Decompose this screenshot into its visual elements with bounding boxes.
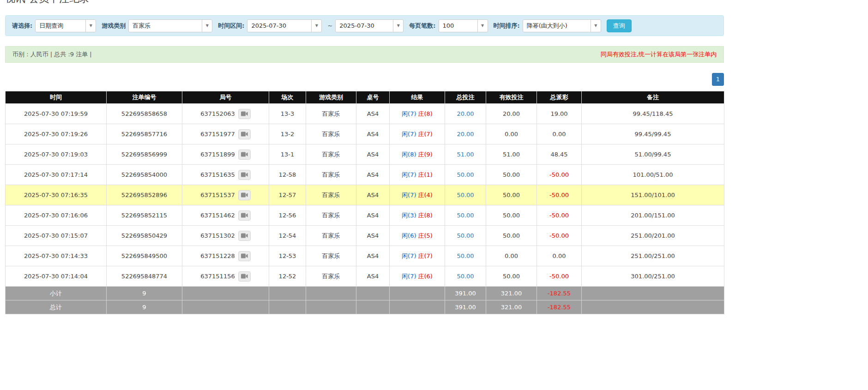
total-bet-link[interactable]: 20.00 bbox=[457, 131, 474, 138]
total-bet-link[interactable]: 50.00 bbox=[457, 171, 474, 178]
notice-text: 同局有效投注,统一计算在该局第一张注单内 bbox=[601, 50, 717, 59]
total-bet-link[interactable]: 50.00 bbox=[457, 212, 474, 219]
cell-note: 301.00/251.00 bbox=[582, 266, 724, 287]
cell-session: 12-53 bbox=[269, 246, 306, 266]
cell-valid-bet: 50.00 bbox=[486, 266, 537, 287]
banker-result: 庄(4) bbox=[418, 192, 433, 198]
sort-order-select[interactable]: 降幂(由大到小) ▼ bbox=[523, 19, 601, 32]
total-bet-link[interactable]: 51.00 bbox=[457, 151, 474, 158]
subtotal-row: 小计 9 391.00 321.00 -182.55 bbox=[6, 287, 724, 300]
cell-valid-bet: 0.00 bbox=[486, 124, 537, 144]
round-number: 637151899 bbox=[200, 150, 235, 157]
total-bet-link[interactable]: 50.00 bbox=[457, 273, 474, 280]
round-number: 637151156 bbox=[200, 272, 235, 279]
cell-valid-bet: 50.00 bbox=[486, 226, 537, 246]
cell-time: 2025-07-30 07:14:33 bbox=[6, 246, 107, 266]
video-replay-button[interactable] bbox=[238, 210, 251, 221]
cell-note: 201.00/151.00 bbox=[582, 205, 724, 226]
cell-time: 2025-07-30 07:19:03 bbox=[6, 144, 107, 165]
banker-result: 庄(7) bbox=[418, 252, 433, 259]
time-range-label: 时间区间: bbox=[218, 22, 244, 30]
page-button-1[interactable]: 1 bbox=[712, 73, 724, 86]
cell-round: 637151156 bbox=[182, 266, 269, 287]
player-result: 闲(7) bbox=[402, 273, 416, 280]
cell-result: 闲(7)庄(8) bbox=[390, 104, 445, 124]
round-number: 637151228 bbox=[200, 252, 235, 259]
caret-box: ▼ bbox=[477, 20, 488, 32]
cell-time: 2025-07-30 07:19:26 bbox=[6, 124, 107, 144]
video-camera-icon bbox=[241, 111, 248, 116]
game-type-value: 百家乐 bbox=[129, 22, 202, 30]
cell-payout: -50.00 bbox=[537, 165, 582, 185]
round-number: 637151977 bbox=[200, 130, 235, 137]
col-header-bet-id: 注单编号 bbox=[107, 91, 182, 104]
table-row: 2025-07-30 07:14:04 522695848774 6371511… bbox=[6, 266, 724, 287]
video-replay-button[interactable] bbox=[238, 170, 251, 180]
video-camera-icon bbox=[241, 192, 248, 198]
banker-result: 庄(5) bbox=[418, 232, 433, 239]
cell-valid-bet: 50.00 bbox=[486, 165, 537, 185]
page-size-select[interactable]: 100 ▼ bbox=[439, 19, 488, 32]
cell-game-type: 百家乐 bbox=[306, 226, 356, 246]
date-from-value: 2025-07-30 bbox=[247, 22, 311, 29]
caret-box: ▼ bbox=[202, 20, 212, 32]
total-bet-link[interactable]: 50.00 bbox=[457, 252, 474, 259]
col-header-round: 局号 bbox=[182, 91, 269, 104]
player-result: 闲(7) bbox=[402, 192, 416, 198]
chevron-down-icon: ▼ bbox=[206, 24, 209, 28]
cell-game-type: 百家乐 bbox=[306, 246, 356, 266]
total-bet-link[interactable]: 20.00 bbox=[457, 110, 474, 117]
date-from-select[interactable]: 2025-07-30 ▼ bbox=[247, 19, 322, 32]
grand-total-total-bet: 391.00 bbox=[445, 300, 486, 314]
cell-result: 闲(7)庄(4) bbox=[390, 185, 445, 205]
cell-game-type: 百家乐 bbox=[306, 205, 356, 226]
banker-result: 庄(8) bbox=[418, 212, 433, 219]
banker-result: 庄(7) bbox=[418, 131, 433, 138]
subtotal-valid-bet: 321.00 bbox=[486, 287, 537, 300]
video-replay-button[interactable] bbox=[238, 251, 251, 261]
col-header-note: 备注 bbox=[582, 91, 724, 104]
total-bet-link[interactable]: 50.00 bbox=[457, 232, 474, 239]
video-replay-button[interactable] bbox=[238, 150, 251, 160]
game-type-select[interactable]: 百家乐 ▼ bbox=[128, 19, 212, 32]
col-header-valid-bet: 有效投注 bbox=[486, 91, 537, 104]
cell-table-no: AS4 bbox=[356, 266, 390, 287]
round-number: 637151302 bbox=[200, 232, 235, 239]
video-replay-button[interactable] bbox=[238, 231, 251, 241]
cell-total-bet: 50.00 bbox=[445, 205, 486, 226]
cell-total-bet: 51.00 bbox=[445, 144, 486, 165]
video-camera-icon bbox=[241, 213, 248, 218]
total-bet-link[interactable]: 50.00 bbox=[457, 192, 474, 198]
grand-total-row: 总计 9 391.00 321.00 -182.55 bbox=[6, 300, 724, 314]
video-replay-button[interactable] bbox=[238, 271, 251, 282]
date-to-select[interactable]: 2025-07-30 ▼ bbox=[335, 19, 404, 32]
player-result: 闲(7) bbox=[402, 131, 416, 138]
player-result: 闲(6) bbox=[402, 232, 416, 239]
cell-session: 12-54 bbox=[269, 226, 306, 246]
caret-box: ▼ bbox=[393, 20, 403, 32]
cell-table-no: AS4 bbox=[356, 246, 390, 266]
subtotal-total-bet: 391.00 bbox=[445, 287, 486, 300]
player-result: 闲(7) bbox=[402, 110, 416, 117]
video-replay-button[interactable] bbox=[238, 109, 251, 119]
cell-note: 51.00/99.45 bbox=[582, 144, 724, 165]
sort-order-label: 时间排序: bbox=[494, 22, 520, 30]
video-replay-button[interactable] bbox=[238, 190, 251, 200]
cell-total-bet: 50.00 bbox=[445, 246, 486, 266]
grand-total-payout: -182.55 bbox=[537, 300, 582, 314]
sort-order-value: 降幂(由大到小) bbox=[523, 22, 591, 30]
cell-total-bet: 50.00 bbox=[445, 165, 486, 185]
caret-box: ▼ bbox=[591, 20, 601, 32]
game-type-label: 游戏类别 bbox=[102, 22, 126, 30]
search-button[interactable]: 查询 bbox=[607, 19, 632, 32]
cell-note: 251.00/201.00 bbox=[582, 226, 724, 246]
cell-table-no: AS4 bbox=[356, 144, 390, 165]
cell-table-no: AS4 bbox=[356, 185, 390, 205]
cell-note: 101.00/51.00 bbox=[582, 165, 724, 185]
video-camera-icon bbox=[241, 152, 248, 157]
cell-note: 251.00/251.00 bbox=[582, 246, 724, 266]
query-type-select[interactable]: 日期查询 ▼ bbox=[35, 19, 96, 32]
col-header-total-bet: 总投注 bbox=[445, 91, 486, 104]
video-replay-button[interactable] bbox=[238, 129, 251, 139]
cell-bet-id: 522695858658 bbox=[107, 104, 182, 124]
